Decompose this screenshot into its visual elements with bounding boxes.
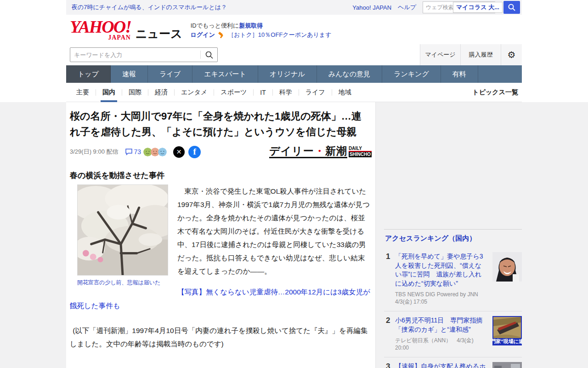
- help-link[interactable]: ヘルプ: [398, 3, 416, 12]
- nav-tab-top[interactable]: トップ: [66, 65, 111, 83]
- article: 桜の名所・大岡川で97年に「全身を焼かれた1歳児の死体」…連れ子を虐待した男、「…: [66, 102, 376, 368]
- comment-bubble-icon: [125, 148, 133, 155]
- keyword-search-input[interactable]: [70, 52, 200, 58]
- cherry-blossom-photo[interactable]: [77, 184, 168, 276]
- ranking-thumb-1[interactable]: [492, 252, 522, 282]
- photo-link[interactable]: 【写真】無くならない児童虐待…2000年12月には3歳女児が餓死した事件も: [70, 288, 370, 310]
- section-heading: 春の横浜を動揺させた事件: [70, 170, 372, 181]
- nav-tab-opinions[interactable]: みんなの意見: [317, 65, 382, 83]
- ranking-source-2: テレビ朝日系（ANN）: [395, 337, 451, 344]
- keyword-search-box: [70, 47, 218, 62]
- sidebar: アクセスランキング（国内） 1 「死刑を早めて」妻や息子ら3人を殺害した死刑囚、…: [384, 102, 522, 368]
- topbar-right: Yahoo! JAPAN ヘルプ マイコラス 大...: [352, 1, 520, 14]
- masthead: YAHOO! JAPAN ニュース IDでもっと便利に新規取得 ログイン ［おト…: [66, 15, 522, 44]
- rank-number: 1: [384, 252, 395, 305]
- figure-caption: 開花宣言の少し前、悲報は届いた: [77, 279, 168, 287]
- topbar-headline-link[interactable]: 夜の7時にチャイムが鳴る、インドのスマホルールとは？: [72, 3, 227, 12]
- ranking-source-1: TBS NEWS DIG Powered by JNN: [395, 291, 478, 298]
- nav-tab-live[interactable]: ライブ: [148, 65, 192, 83]
- subnav-domestic[interactable]: 国内: [96, 83, 122, 102]
- yahoo-japan-link[interactable]: Yahoo! JAPAN: [352, 4, 391, 11]
- site-header: 夜の7時にチャイムが鳴る、インドのスマホルールとは？ Yahoo! JAPAN …: [0, 0, 588, 102]
- topics-list-link[interactable]: トピックス一覧: [472, 88, 518, 97]
- ranking-date-1: 4/3(金) 17:05: [395, 299, 427, 305]
- keyword-search-button[interactable]: [201, 48, 217, 62]
- share-buttons: ✕ f: [173, 146, 201, 158]
- subnav-region[interactable]: 地域: [332, 83, 358, 102]
- article-title: 桜の名所・大岡川で97年に「全身を焼かれた1歳児の死体」…連れ子を虐待した男、「…: [70, 109, 372, 140]
- ranking-link-2[interactable]: 小6男児不明11日 専門家指摘 「捜索のカギ」と“違和感”: [395, 316, 488, 334]
- emoji-sad-icon: [158, 148, 167, 156]
- web-search-box: マイコラス 大...: [423, 1, 520, 14]
- x-share-icon[interactable]: ✕: [173, 146, 185, 158]
- source-logo-shincho: SHINCHO: [349, 152, 372, 157]
- yahoo-news-logo[interactable]: YAHOO! JAPAN ニュース: [70, 19, 182, 41]
- signup-link[interactable]: 新規取得: [239, 22, 263, 29]
- masthead-texts: IDでもっと便利に新規取得 ログイン ［おトク］10％OFFクーポンあります: [191, 21, 332, 40]
- search-icon: [508, 3, 516, 12]
- main-nav: トップ 速報 ライブ エキスパート オリジナル みんなの意見 ランキング 有料: [66, 65, 522, 83]
- purchase-history-button[interactable]: 購入履歴: [460, 44, 501, 65]
- source-logo-jp1: デイリー: [269, 145, 314, 157]
- comment-count-button[interactable]: 73: [125, 148, 141, 155]
- facebook-share-icon[interactable]: f: [188, 146, 201, 158]
- comment-count: 73: [134, 148, 141, 155]
- subnav-economy[interactable]: 経済: [148, 83, 174, 102]
- nav-tab-flash[interactable]: 速報: [111, 65, 148, 83]
- article-figure: 開花宣言の少し前、悲報は届いた: [77, 184, 168, 287]
- news-search-row: マイページ 購入履歴 ⚙: [66, 44, 522, 65]
- search-icon: [205, 51, 214, 59]
- nav-tab-expert[interactable]: エキスパート: [192, 65, 258, 83]
- account-utility-cells: マイページ 購入履歴 ⚙: [420, 44, 522, 65]
- photo-link-paragraph: 【写真】無くならない児童虐待…2000年12月には3歳女児が餓死した事件も: [70, 285, 372, 313]
- subnav-sports[interactable]: スポーツ: [214, 83, 253, 102]
- subnav-life[interactable]: ライフ: [299, 83, 332, 102]
- ranking-link-1[interactable]: 「死刑を早めて」妻や息子ら3人を殺害した死刑囚、“償えない罪”に苦悶 遺族が差し…: [395, 252, 488, 288]
- daily-shincho-logo[interactable]: デイリー・新潮 DAILY SHINCHO: [269, 145, 372, 158]
- mypage-button[interactable]: マイページ: [420, 44, 460, 65]
- top-utility-bar: 夜の7時にチャイムが鳴る、インドのスマホルールとは？ Yahoo! JAPAN …: [66, 0, 522, 15]
- article-meta: 3/29(日) 9:00 配信 73 ✕ f デイリー・新潮: [70, 145, 372, 158]
- source-logo-daily: DAILY: [349, 146, 372, 152]
- subnav-it[interactable]: IT: [253, 83, 272, 102]
- reaction-emojis[interactable]: [145, 148, 167, 156]
- ranking-item-3: 3 【速報】自身が支配人務めるホテルで「派遣型風俗店利用し女性を盗撮疑い・逃走し…: [384, 357, 522, 368]
- nav-tab-original[interactable]: オリジナル: [258, 65, 317, 83]
- rank-number: 3: [384, 362, 395, 368]
- settings-gear-icon[interactable]: ⚙: [501, 44, 522, 65]
- nav-tab-paid[interactable]: 有料: [441, 65, 478, 83]
- access-ranking-heading[interactable]: アクセスランキング（国内）: [384, 233, 522, 247]
- coupon-promo-link[interactable]: ［おトク］10％OFFクーポンあります: [228, 30, 332, 40]
- ranking-link-3[interactable]: 【速報】自身が支配人務めるホテルで「派遣型風俗店利用し女性を盗撮疑い・逃走しよう…: [395, 362, 488, 368]
- page-body: 桜の名所・大岡川で97年に「全身を焼かれた1歳児の死体」…連れ子を虐待した男、「…: [0, 102, 588, 368]
- login-link[interactable]: ログイン: [191, 30, 215, 40]
- source-logo-jp2: 新潮: [325, 145, 347, 157]
- access-ranking-module: アクセスランキング（国内） 1 「死刑を早めて」妻や息子ら3人を殺害した死刑囚、…: [384, 229, 522, 368]
- delivery-label: 配信: [107, 148, 119, 155]
- auction-hammer-icon: [218, 31, 225, 39]
- article-paragraph-2: (以下「週刊新潮」1997年4月10日号「内妻の連れ子を撲殺し焼いて捨てた『夫』…: [70, 324, 372, 351]
- thumb2-overlay-text: 門家“現場に違: [492, 339, 522, 344]
- subnav-major[interactable]: 主要: [70, 83, 96, 102]
- rank-number: 2: [384, 316, 395, 351]
- web-search-button[interactable]: [503, 1, 520, 14]
- category-subnav: 主要 国内 国際 経済 エンタメ スポーツ IT 科学 ライフ 地域 トピックス…: [66, 83, 522, 102]
- subnav-entertainment[interactable]: エンタメ: [174, 83, 214, 102]
- subnav-science[interactable]: 科学: [272, 83, 299, 102]
- news-service-label: ニュース: [136, 28, 182, 41]
- ranking-thumb-3[interactable]: [492, 362, 522, 368]
- ranking-item-1: 1 「死刑を早めて」妻や息子ら3人を殺害した死刑囚、“償えない罪”に苦悶 遺族が…: [384, 247, 522, 311]
- search-suggestion-chip[interactable]: マイコラス 大...: [453, 2, 503, 13]
- ranking-thumb-2[interactable]: 門家“現場に違: [492, 316, 522, 345]
- article-date: 3/29(日) 9:00: [70, 148, 105, 155]
- id-benefit-text: IDでもっと便利に: [191, 22, 239, 29]
- yahoo-logo: YAHOO! JAPAN: [70, 19, 131, 41]
- subnav-world[interactable]: 国際: [122, 83, 148, 102]
- ranking-item-2: 2 小6男児不明11日 専門家指摘 「捜索のカギ」と“違和感” テレビ朝日系（A…: [384, 311, 522, 357]
- nav-tab-ranking[interactable]: ランキング: [382, 65, 441, 83]
